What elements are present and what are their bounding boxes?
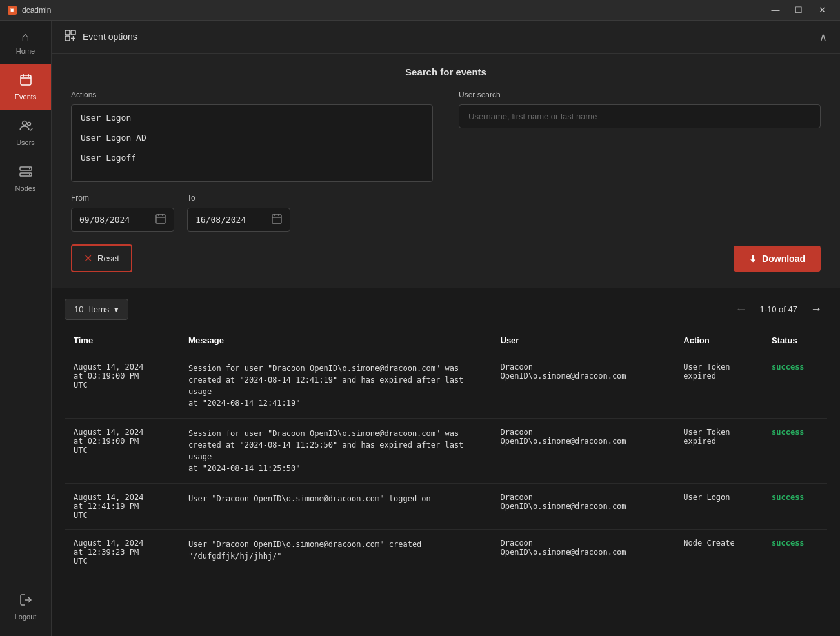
table-row: August 14, 2024at 12:39:23 PMUTC User "D… bbox=[65, 530, 827, 575]
home-icon: ⌂ bbox=[21, 30, 29, 45]
from-calendar-icon[interactable] bbox=[155, 214, 166, 226]
sidebar-label-logout: Logout bbox=[15, 613, 37, 621]
svg-point-4 bbox=[22, 121, 26, 126]
cell-status-0: success bbox=[763, 353, 827, 419]
table-row: August 14, 2024at 02:19:00 PMUTC Session… bbox=[65, 419, 827, 484]
cell-status-1: success bbox=[763, 419, 827, 484]
status-badge-0: success bbox=[772, 363, 805, 372]
svg-rect-0 bbox=[21, 75, 31, 85]
col-header-time: Time bbox=[65, 328, 179, 353]
cell-message-2: User "Dracoon OpenID\o.simone@dracoon.co… bbox=[179, 484, 491, 530]
status-badge-2: success bbox=[772, 493, 805, 502]
cell-time-3: August 14, 2024at 12:39:23 PMUTC bbox=[65, 530, 179, 575]
download-icon: ⬇ bbox=[749, 253, 757, 264]
svg-rect-13 bbox=[65, 36, 70, 41]
user-search-input[interactable] bbox=[459, 104, 821, 128]
sidebar-item-events[interactable]: Events bbox=[0, 64, 51, 110]
logout-icon bbox=[19, 593, 33, 610]
total-count: 47 bbox=[788, 304, 797, 314]
table-row: August 14, 2024at 03:19:00 PMUTC Session… bbox=[65, 353, 827, 419]
next-page-button[interactable]: → bbox=[805, 300, 827, 319]
table-header: Time Message User Action Status bbox=[65, 328, 827, 353]
cell-user-2: DracoonOpenID\o.simone@dracoon.com bbox=[492, 484, 675, 530]
cell-status-3: success bbox=[763, 530, 827, 575]
reset-x-icon: ✕ bbox=[84, 252, 92, 264]
to-date-value: 16/08/2024 bbox=[195, 215, 266, 224]
titlebar-left: ▣ dcadmin bbox=[8, 6, 51, 15]
cell-user-0: DracoonOpenID\o.simone@dracoon.com bbox=[492, 353, 675, 419]
panel-header: Event options ∧ bbox=[52, 21, 840, 54]
action-item-0[interactable]: User Logon bbox=[72, 108, 432, 128]
col-header-action: Action bbox=[674, 328, 763, 353]
table-row: August 14, 2024at 12:41:19 PMUTC User "D… bbox=[65, 484, 827, 530]
download-button[interactable]: ⬇ Download bbox=[734, 246, 821, 272]
svg-rect-11 bbox=[65, 30, 70, 35]
search-title: Search for events bbox=[71, 66, 821, 77]
items-chevron-icon: ▾ bbox=[114, 304, 119, 314]
items-per-page-select[interactable]: 10 Items ▾ bbox=[65, 299, 128, 320]
svg-point-8 bbox=[29, 168, 30, 170]
app-title: dcadmin bbox=[22, 6, 51, 15]
status-badge-3: success bbox=[772, 539, 805, 548]
from-label: From bbox=[71, 194, 174, 203]
actions-list[interactable]: User Logon User Logon AD User Logoff bbox=[71, 104, 433, 182]
from-date-input[interactable]: 09/08/2024 bbox=[71, 208, 174, 232]
svg-rect-12 bbox=[71, 30, 75, 35]
sidebar-item-home[interactable]: ⌂ Home bbox=[0, 21, 51, 64]
pagination-text: 1-10 of 47 bbox=[759, 304, 797, 314]
prev-page-button[interactable]: ← bbox=[730, 300, 752, 319]
main-content: Event options ∧ Search for events Action… bbox=[52, 21, 840, 636]
to-calendar-icon[interactable] bbox=[272, 214, 282, 226]
user-search-section: User search bbox=[459, 90, 821, 232]
svg-rect-20 bbox=[272, 215, 281, 223]
date-row: From 09/08/2024 bbox=[71, 194, 433, 232]
events-icon bbox=[19, 73, 33, 90]
titlebar: ▣ dcadmin — ☐ ✕ bbox=[0, 0, 840, 21]
svg-point-9 bbox=[29, 174, 30, 175]
action-row: ✕ Reset ⬇ Download bbox=[71, 244, 821, 272]
table-header-row: Time Message User Action Status bbox=[65, 328, 827, 353]
action-item-2[interactable]: User Logoff bbox=[72, 148, 432, 168]
download-label: Download bbox=[762, 253, 805, 264]
status-badge-1: success bbox=[772, 428, 805, 437]
reset-label: Reset bbox=[97, 253, 119, 263]
actions-label: Actions bbox=[71, 90, 433, 99]
cell-time-1: August 14, 2024at 02:19:00 PMUTC bbox=[65, 419, 179, 484]
sidebar: ⌂ Home Events bbox=[0, 21, 52, 636]
col-header-message: Message bbox=[179, 328, 491, 353]
cell-message-0: Session for user "Dracoon OpenID\o.simon… bbox=[179, 353, 491, 419]
sidebar-label-nodes: Nodes bbox=[15, 184, 36, 192]
to-date-input[interactable]: 16/08/2024 bbox=[187, 208, 290, 232]
items-count: 10 bbox=[74, 304, 83, 314]
app-icon: ▣ bbox=[8, 6, 17, 15]
user-search-label: User search bbox=[459, 90, 821, 99]
maximize-button[interactable]: ☐ bbox=[788, 3, 809, 18]
current-range: 1-10 bbox=[759, 304, 776, 314]
users-icon bbox=[19, 119, 33, 136]
cell-action-1: User Tokenexpired bbox=[674, 419, 763, 484]
panel-collapse-button[interactable]: ∧ bbox=[819, 31, 827, 43]
action-item-1[interactable]: User Logon AD bbox=[72, 128, 432, 148]
cell-time-2: August 14, 2024at 12:41:19 PMUTC bbox=[65, 484, 179, 530]
of-text: of bbox=[779, 304, 786, 314]
to-label: To bbox=[187, 194, 290, 203]
pagination: ← 1-10 of 47 → bbox=[730, 300, 827, 319]
minimize-button[interactable]: — bbox=[765, 3, 786, 18]
table-body: August 14, 2024at 03:19:00 PMUTC Session… bbox=[65, 353, 827, 575]
svg-point-5 bbox=[27, 123, 30, 126]
cell-message-1: Session for user "Dracoon OpenID\o.simon… bbox=[179, 419, 491, 484]
sidebar-label-events: Events bbox=[15, 93, 37, 101]
sidebar-item-logout[interactable]: Logout bbox=[0, 584, 51, 630]
sidebar-item-users[interactable]: Users bbox=[0, 110, 51, 155]
cell-message-3: User "Dracoon OpenID\o.simone@dracoon.co… bbox=[179, 530, 491, 575]
table-area: 10 Items ▾ ← 1-10 of 47 → bbox=[52, 288, 840, 586]
sidebar-label-home: Home bbox=[16, 47, 35, 55]
cell-action-0: User Tokenexpired bbox=[674, 353, 763, 419]
svg-rect-16 bbox=[156, 215, 165, 223]
reset-button[interactable]: ✕ Reset bbox=[71, 244, 132, 272]
panel-header-left: Event options bbox=[65, 30, 137, 44]
sidebar-item-nodes[interactable]: Nodes bbox=[0, 155, 51, 201]
search-grid: Actions User Logon User Logon AD User Lo… bbox=[71, 90, 821, 232]
close-button[interactable]: ✕ bbox=[812, 3, 832, 18]
to-date-field: To 16/08/2024 bbox=[187, 194, 290, 232]
